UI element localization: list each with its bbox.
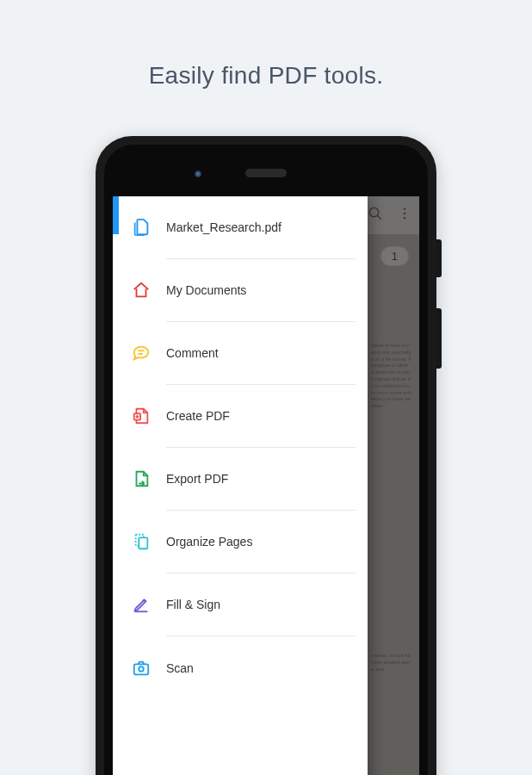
- document-icon: [132, 218, 151, 237]
- phone-body: 1 sheet of wax eycomb are specially d at…: [96, 136, 436, 775]
- menu-item-my-documents[interactable]: My Documents: [166, 259, 356, 322]
- sign-icon: [132, 595, 151, 614]
- phone-side-button: [436, 308, 442, 369]
- active-tab-indicator: [113, 196, 119, 234]
- menu-item-label: My Documents: [166, 283, 246, 297]
- create-pdf-icon: [132, 406, 151, 425]
- organize-icon: [132, 532, 151, 551]
- home-icon: [132, 281, 151, 300]
- menu-item-label: Comment: [166, 346, 219, 360]
- menu-item-label: Market_Research.pdf: [166, 220, 281, 234]
- scan-icon: [132, 659, 151, 678]
- svg-rect-10: [139, 537, 147, 549]
- phone-speaker: [245, 169, 287, 177]
- menu-list: Market_Research.pdf My Documents: [113, 196, 368, 775]
- menu-item-fill-sign[interactable]: Fill & Sign: [166, 574, 356, 636]
- headline-text: Easily find PDF tools.: [0, 0, 532, 90]
- menu-item-export-pdf[interactable]: Export PDF: [166, 448, 356, 511]
- menu-item-label: Fill & Sign: [166, 598, 220, 611]
- menu-item-create-pdf[interactable]: Create PDF: [166, 385, 356, 448]
- phone-side-button: [436, 239, 442, 277]
- svg-rect-11: [134, 664, 149, 674]
- phone-mockup: 1 sheet of wax eycomb are specially d at…: [96, 136, 436, 775]
- menu-item-scan[interactable]: Scan: [166, 636, 356, 699]
- app-screen: 1 sheet of wax eycomb are specially d at…: [113, 196, 419, 775]
- export-pdf-icon: [132, 469, 151, 488]
- comment-icon: [132, 344, 151, 363]
- menu-item-label: Scan: [166, 661, 194, 675]
- menu-item-label: Export PDF: [166, 472, 228, 486]
- menu-item-label: Organize Pages: [166, 535, 252, 549]
- menu-item-comment[interactable]: Comment: [166, 322, 356, 385]
- menu-item-current-file[interactable]: Market_Research.pdf: [166, 196, 356, 259]
- menu-item-organize-pages[interactable]: Organize Pages: [166, 511, 356, 574]
- phone-sensor: [195, 170, 201, 177]
- navigation-drawer: Market_Research.pdf My Documents: [113, 196, 368, 775]
- svg-point-12: [139, 666, 144, 672]
- menu-item-label: Create PDF: [166, 409, 230, 423]
